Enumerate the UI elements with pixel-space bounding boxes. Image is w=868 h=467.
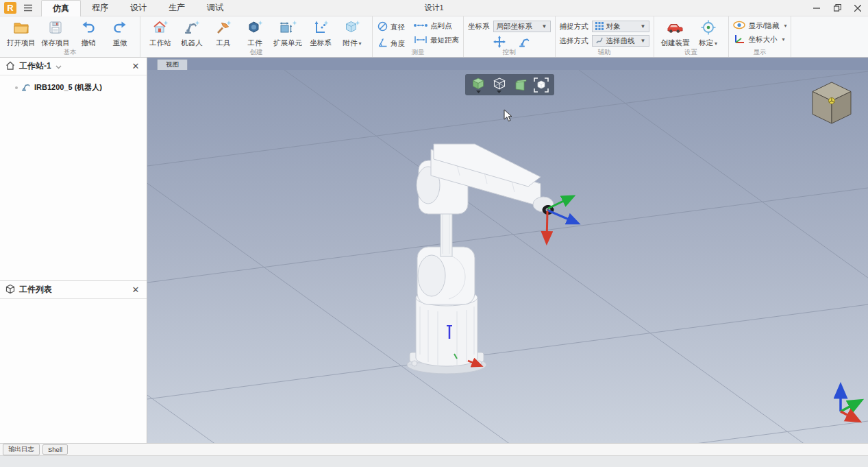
group-label-assist: 辅助	[556, 48, 654, 57]
axis-size-button[interactable]: 坐标大小 ▾	[733, 34, 787, 45]
viewport-tabstrip: 视图	[147, 58, 868, 70]
tree-item-label: IRB1200_5 (机器人)	[34, 82, 102, 93]
min-distance-label: 最短距离	[430, 36, 459, 45]
eye-icon	[733, 21, 745, 31]
open-project-button[interactable]: 打开项目	[4, 18, 38, 48]
tab-production[interactable]: 生产	[158, 0, 196, 16]
titlebar: R 仿真 程序 设计 生产 调试 设计1	[0, 0, 868, 16]
output-log-tab[interactable]: 输出日志	[3, 444, 40, 455]
select-mode-value: 选择曲线	[606, 36, 635, 46]
ribbon-group-create: 工作站 机器人 工具 工件 扩展单元 坐标系	[140, 16, 373, 57]
home-icon	[5, 61, 15, 72]
parts-panel-title: 工件列表	[19, 284, 52, 296]
robot-button[interactable]: 机器人	[176, 18, 208, 48]
chevron-down-icon: ▾	[784, 23, 786, 29]
attachment-label: 附件▾	[343, 38, 361, 48]
hamburger-menu-icon[interactable]	[21, 2, 36, 14]
chevron-down-icon: ▾	[358, 40, 361, 47]
status-bar	[0, 455, 868, 467]
diameter-button[interactable]: 直径	[377, 21, 405, 34]
restore-button[interactable]	[827, 0, 847, 16]
point-to-point-button[interactable]: 点到点	[413, 21, 459, 32]
calibrate-target-icon	[700, 19, 717, 38]
diameter-label: 直径	[390, 23, 405, 32]
solid-view-cube-icon[interactable]	[512, 75, 528, 94]
create-device-button[interactable]: 创建装置	[658, 18, 693, 48]
part-button[interactable]: 工件	[239, 18, 271, 48]
axis-size-label: 坐标大小	[749, 35, 778, 45]
robot-control-button[interactable]	[516, 35, 532, 49]
undo-icon	[80, 19, 97, 38]
parts-panel: 工件列表 ✕	[0, 281, 147, 443]
coordinate-frame-icon	[312, 19, 330, 38]
ribbon-group-measure: 直径 角度 点到点 最短距离 测量	[373, 16, 464, 57]
shaded-cube-icon[interactable]	[470, 75, 486, 94]
workstation-tree: IRB1200_5 (机器人)	[0, 75, 147, 99]
close-button[interactable]	[847, 0, 868, 16]
frame-button[interactable]: 坐标系	[305, 18, 336, 48]
chevron-down-icon: ▼	[641, 23, 646, 29]
axis-size-icon	[733, 34, 745, 45]
fit-view-icon[interactable]	[533, 75, 549, 94]
viewport-tab-view[interactable]: 视图	[157, 59, 188, 70]
shell-tab[interactable]: Shell	[42, 444, 68, 455]
move-control-button[interactable]	[491, 35, 508, 49]
chevron-down-icon: ▼	[641, 38, 646, 44]
redo-label: 重做	[113, 38, 127, 48]
frame-select-label: 坐标系	[468, 22, 490, 32]
attachment-button[interactable]: 附件▾	[336, 18, 368, 48]
mouse-cursor	[504, 110, 512, 121]
wireframe-cube-icon[interactable]	[491, 75, 508, 94]
view-cube-corner-marker	[829, 98, 835, 104]
window-controls	[806, 0, 868, 16]
workstation-home-icon	[151, 19, 169, 38]
group-label-measure: 测量	[373, 48, 463, 57]
point-to-point-icon	[413, 21, 428, 32]
frame-select-dropdown[interactable]: 局部坐标系 ▼	[493, 21, 551, 32]
workstation-button[interactable]: 工作站	[145, 18, 176, 48]
bottom-tab-bar: 输出日志 Shell	[0, 443, 868, 455]
min-distance-button[interactable]: 最短距离	[413, 35, 459, 46]
snap-mode-dropdown[interactable]: 对象 ▼	[592, 21, 649, 32]
snap-mode-value: 对象	[606, 22, 621, 32]
workstation-panel-close-button[interactable]: ✕	[130, 61, 141, 71]
save-project-button[interactable]: 保存项目	[38, 18, 73, 48]
3d-scene[interactable]	[147, 70, 868, 443]
point-to-point-label: 点到点	[430, 21, 452, 31]
show-hide-label: 显示/隐藏	[749, 21, 780, 31]
extension-unit-button[interactable]: 扩展单元	[271, 18, 305, 48]
tree-expand-dot[interactable]	[15, 86, 18, 89]
minimize-button[interactable]	[806, 0, 827, 16]
workstation-panel-title: 工作站-1	[19, 60, 51, 72]
tab-design[interactable]: 设计	[119, 0, 158, 16]
ribbon-tab-bar: 仿真 程序 设计 生产 调试	[41, 0, 234, 16]
tab-debug[interactable]: 调试	[196, 0, 234, 16]
3d-scene-canvas[interactable]	[147, 70, 868, 443]
redo-button[interactable]: 重做	[104, 18, 136, 48]
tree-item-robot[interactable]: IRB1200_5 (机器人)	[3, 81, 144, 94]
application-window: R 仿真 程序 设计 生产 调试 设计1 打开项目 保存项目	[0, 0, 868, 467]
show-hide-button[interactable]: 显示/隐藏 ▾	[733, 21, 787, 31]
hammer-icon	[214, 19, 232, 38]
parts-panel-close-button[interactable]: ✕	[130, 285, 141, 295]
calibrate-button[interactable]: 标定▾	[693, 18, 724, 48]
group-label-settings: 设置	[654, 48, 728, 57]
create-device-label: 创建装置	[661, 38, 690, 48]
tool-button[interactable]: 工具	[208, 18, 239, 48]
angle-label: 角度	[390, 39, 405, 49]
app-logo[interactable]: R	[4, 2, 16, 14]
render-mode-toolbar	[465, 74, 554, 95]
group-label-basic: 基本	[0, 48, 140, 57]
undo-button[interactable]: 撤销	[73, 18, 104, 48]
robot-arm-icon	[183, 19, 201, 38]
view-cube[interactable]	[808, 78, 856, 128]
box-icon	[5, 284, 15, 296]
chevron-down-icon: ▾	[782, 36, 785, 43]
ribbon-group-basic: 打开项目 保存项目 撤销 重做 基本	[0, 16, 140, 57]
tab-simulation[interactable]: 仿真	[41, 0, 81, 16]
chevron-down-icon[interactable]	[55, 62, 62, 71]
select-mode-dropdown[interactable]: 选择曲线 ▼	[592, 35, 649, 47]
tab-program[interactable]: 程序	[81, 0, 119, 16]
car-icon	[665, 19, 686, 38]
min-distance-icon	[413, 35, 428, 46]
